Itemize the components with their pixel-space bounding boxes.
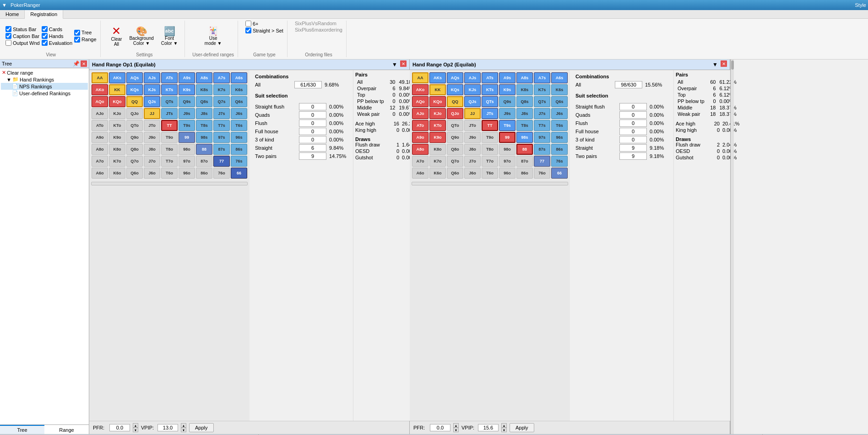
hand-cell-t8o[interactable]: T8o bbox=[482, 144, 498, 155]
range-op2-expand[interactable]: ▼ bbox=[711, 60, 720, 69]
hand-cell-kqo[interactable]: KQo bbox=[429, 96, 446, 107]
hand-cell-q6s[interactable]: Q6s bbox=[231, 96, 247, 107]
hand-cell-a8o[interactable]: A8o bbox=[412, 144, 429, 155]
hand-cell-k8o[interactable]: K8o bbox=[429, 144, 446, 155]
hand-cell-ats[interactable]: ATs bbox=[161, 72, 178, 83]
hand-cell-k6o[interactable]: K6o bbox=[109, 168, 125, 179]
check-tree[interactable]: Tree bbox=[74, 30, 96, 36]
hand-cell-aa[interactable]: AA bbox=[412, 72, 429, 83]
hand-cell-k7s[interactable]: K7s bbox=[534, 84, 550, 95]
hand-cell-t6o[interactable]: T6o bbox=[482, 168, 498, 179]
range-op1-scrollbar[interactable] bbox=[91, 182, 248, 185]
hand-cell-a9s[interactable]: A9s bbox=[499, 72, 515, 83]
hand-cell-a8s[interactable]: A8s bbox=[516, 72, 533, 83]
hand-cell-k9s[interactable]: K9s bbox=[499, 84, 515, 95]
hand-cell-86o[interactable]: 86o bbox=[196, 168, 212, 179]
hand-cell-j9o[interactable]: J9o bbox=[144, 132, 160, 143]
hand-cell-tt[interactable]: TT bbox=[482, 120, 498, 131]
comb-all-value-op2[interactable] bbox=[615, 81, 642, 88]
hand-cell-ajo[interactable]: AJo bbox=[412, 108, 429, 119]
hand-cell-j8o[interactable]: J8o bbox=[144, 144, 160, 155]
hand-cell-aks[interactable]: AKs bbox=[109, 72, 125, 83]
hand-cell-87o[interactable]: 87o bbox=[196, 156, 212, 167]
pfr-up-op2[interactable]: ▲ bbox=[453, 423, 459, 428]
hand-cell-aks[interactable]: AKs bbox=[429, 72, 446, 83]
hand-cell-q9s[interactable]: Q9s bbox=[179, 96, 195, 107]
hand-cell-t7o[interactable]: T7o bbox=[161, 156, 178, 167]
hand-cell-86o[interactable]: 86o bbox=[516, 168, 533, 179]
hand-cell-q6s[interactable]: Q6s bbox=[551, 96, 568, 107]
hand-cell-qjs[interactable]: QJs bbox=[144, 96, 160, 107]
flush-val-op2[interactable] bbox=[619, 120, 647, 127]
hand-cell-t6s[interactable]: T6s bbox=[231, 120, 247, 131]
hand-cell-a8o[interactable]: A8o bbox=[92, 144, 108, 155]
hand-cell-j6o[interactable]: J6o bbox=[464, 168, 481, 179]
vpip-input-op1[interactable] bbox=[157, 424, 178, 431]
hand-cell-96s[interactable]: 96s bbox=[231, 132, 247, 143]
tab-home[interactable]: Home bbox=[0, 10, 25, 18]
mid-scrollbar[interactable] bbox=[730, 60, 734, 434]
hand-cell-kqo[interactable]: KQo bbox=[109, 96, 125, 107]
hand-cell-aqs[interactable]: AQs bbox=[447, 72, 463, 83]
hand-cell-96o[interactable]: 96o bbox=[499, 168, 515, 179]
hand-cell-t9o[interactable]: T9o bbox=[161, 132, 178, 143]
hand-cell-k8s[interactable]: K8s bbox=[516, 84, 533, 95]
tree-item-nps-rankings[interactable]: 📄 NPS Rankings bbox=[1, 83, 88, 90]
tree-item-hand-rankings[interactable]: ▼ 📁 Hand Rankings bbox=[1, 76, 88, 83]
range-op2-close[interactable]: ✕ bbox=[721, 60, 727, 67]
range-op1-close[interactable]: ✕ bbox=[400, 60, 407, 67]
tab-tree[interactable]: Tree bbox=[0, 425, 44, 434]
hand-cell-q9o[interactable]: Q9o bbox=[126, 132, 143, 143]
hand-cell-qjs[interactable]: QJs bbox=[464, 96, 481, 107]
sf-val[interactable] bbox=[299, 103, 326, 110]
hand-cell-98s[interactable]: 98s bbox=[516, 132, 533, 143]
tab-registration[interactable]: Registration bbox=[25, 10, 63, 19]
hand-cell-j8o[interactable]: J8o bbox=[464, 144, 481, 155]
tp-val[interactable] bbox=[299, 152, 326, 160]
clear-all-button[interactable]: ✕ Clear All bbox=[108, 24, 125, 48]
hand-cell-j9s[interactable]: J9s bbox=[179, 108, 195, 119]
hand-cell-j6o[interactable]: J6o bbox=[144, 168, 160, 179]
hand-cell-ako[interactable]: AKo bbox=[412, 84, 429, 95]
check-status-bar[interactable]: Status Bar bbox=[5, 26, 40, 32]
hand-cell-t9s[interactable]: T9s bbox=[499, 120, 515, 131]
toak-val-op2[interactable] bbox=[619, 136, 647, 143]
hand-cell-a9o[interactable]: A9o bbox=[412, 132, 429, 143]
hand-cell-q7s[interactable]: Q7s bbox=[534, 96, 550, 107]
hand-cell-j7s[interactable]: J7s bbox=[213, 108, 230, 119]
hand-cell-tt[interactable]: TT bbox=[161, 120, 178, 131]
hand-cell-q8o[interactable]: Q8o bbox=[126, 144, 143, 155]
hand-cell-qjo[interactable]: QJo bbox=[126, 108, 143, 119]
apply-button-op1[interactable]: Apply bbox=[189, 423, 214, 432]
hand-cell-q8o[interactable]: Q8o bbox=[447, 144, 463, 155]
hand-cell-97s[interactable]: 97s bbox=[534, 132, 550, 143]
hand-cell-86s[interactable]: 86s bbox=[231, 144, 247, 155]
hand-cell-aqo[interactable]: AQo bbox=[92, 96, 108, 107]
hand-cell-t8s[interactable]: T8s bbox=[196, 120, 212, 131]
hand-cell-kqs[interactable]: KQs bbox=[126, 84, 143, 95]
hand-cell-87s[interactable]: 87s bbox=[213, 144, 230, 155]
pfr-up-op1[interactable]: ▲ bbox=[133, 423, 138, 428]
apply-button-op2[interactable]: Apply bbox=[510, 423, 534, 432]
vpip-down-op2[interactable]: ▼ bbox=[501, 428, 507, 432]
hand-cell-kjs[interactable]: KJs bbox=[464, 84, 481, 95]
hand-cell-kjo[interactable]: KJo bbox=[429, 108, 446, 119]
hand-cell-k7s[interactable]: K7s bbox=[213, 84, 230, 95]
hand-cell-qts[interactable]: QTs bbox=[482, 96, 498, 107]
fh-val[interactable] bbox=[299, 128, 326, 135]
hand-cell-88[interactable]: 88 bbox=[196, 144, 212, 155]
hand-cell-77[interactable]: 77 bbox=[213, 156, 230, 167]
tp-val-op2[interactable] bbox=[619, 152, 647, 160]
hand-cell-kjo[interactable]: KJo bbox=[109, 108, 125, 119]
hand-cell-kts[interactable]: KTs bbox=[482, 84, 498, 95]
hand-cell-99[interactable]: 99 bbox=[179, 132, 195, 143]
hand-cell-kk[interactable]: KK bbox=[109, 84, 125, 95]
hand-cell-a7s[interactable]: A7s bbox=[534, 72, 550, 83]
pfr-down-op2[interactable]: ▼ bbox=[453, 428, 459, 432]
fh-val-op2[interactable] bbox=[619, 128, 647, 135]
hand-cell-k9s[interactable]: K9s bbox=[179, 84, 195, 95]
hand-cell-qq[interactable]: QQ bbox=[447, 96, 463, 107]
hand-cell-a7o[interactable]: A7o bbox=[412, 156, 429, 167]
hand-cell-aqo[interactable]: AQo bbox=[412, 96, 429, 107]
hand-cell-k9o[interactable]: K9o bbox=[109, 132, 125, 143]
